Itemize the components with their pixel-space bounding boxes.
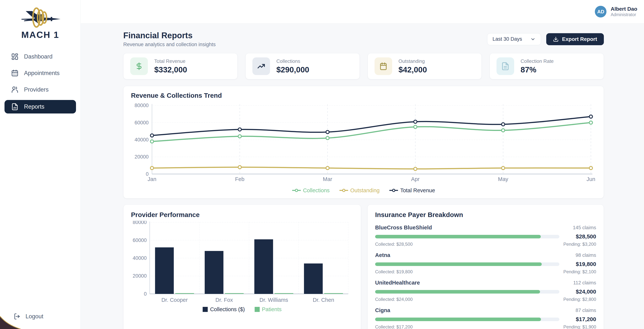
svg-text:20000: 20000: [133, 273, 147, 279]
payer-progress-fill: [375, 318, 541, 321]
insurance-payer-breakdown-panel: Insurance Payer Breakdown BlueCross Blue…: [368, 204, 604, 329]
bar-collections-: [155, 247, 174, 294]
svg-text:Jun: Jun: [586, 176, 596, 182]
sidebar-item-label: Providers: [24, 86, 48, 93]
provider-chart-legend: Collections ($)Patients: [131, 305, 353, 314]
export-report-button[interactable]: Export Report: [546, 33, 604, 45]
payer-name: BlueCross BlueShield: [375, 225, 432, 231]
payer-progress-track: [375, 262, 559, 266]
avatar: AD: [595, 6, 606, 17]
legend-label: Collections ($): [210, 306, 245, 313]
stat-value: 87%: [520, 65, 554, 74]
stat-card-total-revenue: Total Revenue $332,000: [123, 53, 238, 79]
svg-text:Mar: Mar: [323, 176, 332, 182]
payer-amount: $24,000: [564, 289, 596, 295]
bar-collections-: [254, 239, 273, 294]
legend-item-patients[interactable]: Patients: [255, 306, 282, 313]
page-subtitle: Revenue analytics and collection insight…: [123, 42, 216, 47]
logout-label: Logout: [26, 313, 43, 320]
provider-performance-bar-chart: 020000400006000080000Dr. CooperDr. FoxDr…: [131, 221, 353, 305]
stat-card-collections: Collections $290,000: [246, 53, 360, 79]
revenue-collections-trend-panel: Revenue & Collections Trend 020000400006…: [123, 86, 604, 198]
line-series-outstanding: [150, 166, 592, 171]
insurance-rows: BlueCross BlueShield 145 claims $28,500 …: [375, 225, 596, 329]
payer-pending-label: Pending: $2,800: [563, 297, 596, 302]
insurance-row: Cigna 87 claims $17,200 Collected: $17,2…: [375, 307, 596, 329]
page-title: Financial Reports: [123, 31, 216, 40]
file-chart-icon: [11, 103, 19, 111]
payer-claims-count: 87 claims: [576, 308, 596, 313]
payer-progress-track: [375, 235, 559, 238]
payer-collected-label: Collected: $28,500: [375, 242, 413, 247]
brand-logo: MACH 1: [0, 0, 80, 40]
payer-amount: $28,500: [564, 233, 596, 240]
users-icon: [11, 86, 19, 94]
calendar-icon: [11, 69, 19, 77]
stat-value: $290,000: [276, 65, 309, 74]
legend-label: Patients: [262, 306, 282, 313]
legend-item-collections[interactable]: Collections: [292, 187, 330, 194]
stat-value: $332,000: [154, 65, 187, 74]
sidebar-item-label: Reports: [24, 103, 44, 110]
insurance-row: BlueCross BlueShield 145 claims $28,500 …: [375, 225, 596, 247]
date-range-select[interactable]: Last 30 Days: [487, 33, 541, 45]
svg-text:20000: 20000: [134, 154, 148, 160]
stat-label: Collections: [276, 58, 309, 64]
user-menu[interactable]: AD Albert Dao Administrator: [595, 6, 637, 17]
bar-patients: [274, 293, 293, 294]
bar-patients: [324, 293, 343, 294]
payer-claims-count: 145 claims: [573, 225, 596, 231]
svg-text:40000: 40000: [134, 137, 148, 143]
svg-text:May: May: [498, 176, 508, 182]
payer-progress-fill: [375, 235, 541, 238]
legend-marker: [292, 189, 301, 192]
stat-value: $42,000: [398, 65, 427, 74]
dollar-icon: [130, 57, 148, 75]
stats-row: Total Revenue $332,000 Collections $290,…: [123, 53, 604, 79]
user-name: Albert Dao: [610, 6, 637, 12]
sidebar-item-label: Appointments: [24, 70, 60, 76]
topbar: AD Albert Dao Administrator: [81, 0, 644, 23]
payer-collected-label: Collected: $17,200: [375, 324, 413, 329]
insurance-title: Insurance Payer Breakdown: [375, 211, 596, 219]
payer-pending-label: Pending: $1,900: [563, 324, 596, 329]
svg-text:0: 0: [144, 291, 147, 297]
bar-patients: [175, 293, 194, 294]
legend-item-total-revenue[interactable]: Total Revenue: [389, 187, 435, 194]
stat-card-outstanding: Outstanding $42,000: [368, 53, 482, 79]
dashboard-icon: [11, 53, 19, 61]
sidebar-item-appointments[interactable]: Appointments: [4, 67, 76, 79]
svg-text:Feb: Feb: [235, 176, 244, 182]
svg-text:Dr. Cooper: Dr. Cooper: [162, 297, 188, 303]
sidebar-item-reports[interactable]: Reports: [4, 100, 76, 113]
legend-item-collections-[interactable]: Collections ($): [203, 306, 245, 313]
revenue-collections-line-chart: 020000400006000080000JanFebMarAprMayJun: [131, 101, 596, 186]
legend-swatch: [203, 307, 208, 312]
payer-pending-label: Pending: $3,200: [563, 242, 596, 247]
sidebar-item-providers[interactable]: Providers: [4, 83, 76, 96]
calendar-icon: [374, 57, 392, 75]
bar-collections-: [205, 251, 224, 294]
payer-progress-fill: [375, 290, 540, 294]
payer-name: UnitedHealthcare: [375, 280, 420, 286]
legend-marker: [389, 189, 398, 192]
svg-text:80000: 80000: [133, 221, 147, 225]
legend-label: Collections: [303, 187, 330, 194]
legend-label: Outstanding: [350, 187, 380, 194]
corner-decoration: [0, 314, 21, 329]
legend-item-outstanding[interactable]: Outstanding: [340, 187, 380, 194]
download-icon: [553, 36, 558, 42]
sidebar-nav: Dashboard Appointments Providers: [0, 50, 80, 113]
line-series-total-revenue: [150, 115, 592, 137]
payer-progress-fill: [375, 262, 542, 266]
bar-collections-: [304, 264, 323, 294]
bar-patients: [225, 293, 244, 294]
payer-name: Aetna: [375, 252, 390, 258]
stat-label: Total Revenue: [154, 58, 187, 64]
svg-text:60000: 60000: [134, 120, 148, 125]
sidebar: MACH 1 Dashboard Appointments: [0, 0, 81, 329]
sidebar-item-dashboard[interactable]: Dashboard: [4, 50, 76, 63]
sidebar-item-label: Dashboard: [24, 53, 52, 60]
legend-swatch: [255, 307, 260, 312]
page-header: Financial Reports Revenue analytics and …: [123, 31, 604, 47]
